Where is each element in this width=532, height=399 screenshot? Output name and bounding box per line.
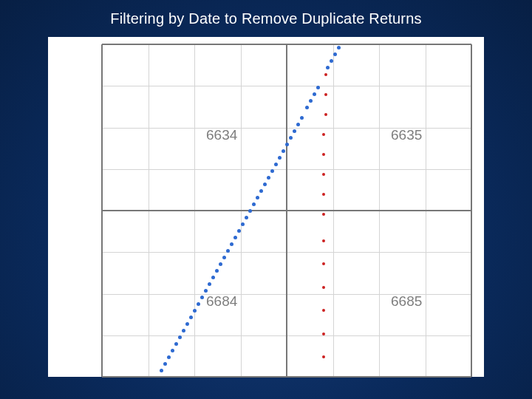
data-point-red: [322, 286, 325, 289]
data-point-blue: [208, 282, 211, 286]
data-point-red: [322, 239, 325, 242]
data-point-blue: [330, 59, 333, 63]
data-point-blue: [211, 276, 215, 279]
data-point-red: [324, 93, 327, 96]
scatter-plot: 6634663566846685: [102, 44, 471, 377]
data-point-blue: [160, 369, 163, 372]
data-point-blue: [305, 106, 309, 109]
data-point-red: [322, 332, 325, 335]
data-point-red: [322, 193, 325, 196]
data-point-blue: [189, 316, 193, 319]
data-point-red: [324, 73, 327, 76]
data-point-blue: [219, 262, 222, 266]
data-point-blue: [178, 335, 182, 339]
data-point-blue: [171, 349, 174, 352]
data-point-blue: [313, 92, 316, 96]
data-point-blue: [197, 302, 200, 306]
quadrant-label: 6634: [206, 127, 237, 143]
data-point-blue: [274, 163, 278, 166]
data-point-blue: [237, 229, 241, 233]
data-point-blue: [252, 202, 256, 206]
data-point-blue: [278, 156, 282, 160]
quadrant-label: 6685: [391, 293, 422, 310]
data-point-blue: [267, 176, 270, 180]
quadrant-label: 6684: [206, 293, 237, 310]
slide-title: Filtering by Date to Remove Duplicate Re…: [0, 0, 532, 27]
data-point-blue: [263, 183, 267, 186]
data-point-blue: [163, 362, 167, 366]
data-point-blue: [241, 222, 245, 226]
data-point-blue: [167, 355, 171, 359]
data-point-blue: [289, 136, 293, 140]
data-point-blue: [245, 216, 248, 219]
data-point-blue: [256, 196, 259, 200]
data-point-blue: [230, 242, 233, 246]
data-point-blue: [296, 123, 300, 126]
grid-major-horizontal: [102, 44, 471, 45]
data-point-red: [322, 153, 325, 156]
data-point-blue: [200, 296, 204, 299]
data-point-blue: [193, 309, 197, 313]
data-point-blue: [285, 143, 289, 146]
grid-major-horizontal: [102, 376, 471, 378]
data-point-blue: [222, 256, 226, 259]
data-point-blue: [316, 86, 320, 89]
data-point-blue: [204, 289, 208, 293]
data-point-blue: [333, 52, 337, 56]
data-point-blue: [259, 189, 263, 193]
data-point-red: [322, 213, 325, 216]
data-point-blue: [248, 209, 252, 213]
data-point-blue: [226, 249, 230, 253]
data-point-red: [322, 262, 325, 265]
data-point-blue: [233, 236, 237, 239]
data-point-red: [322, 133, 325, 136]
grid-major-horizontal: [102, 210, 471, 211]
data-point-blue: [293, 129, 296, 133]
data-point-blue: [270, 169, 274, 173]
data-point-red: [322, 355, 325, 358]
data-point-blue: [185, 322, 189, 326]
data-point-red: [324, 113, 327, 116]
data-point-blue: [309, 99, 313, 103]
data-point-blue: [174, 342, 178, 346]
data-point-red: [322, 309, 325, 312]
data-point-blue: [300, 116, 304, 120]
quadrant-label: 6635: [391, 127, 422, 143]
chart-frame: 6634663566846685: [48, 37, 484, 377]
data-point-blue: [337, 46, 341, 50]
data-point-blue: [215, 269, 219, 273]
data-point-blue: [182, 329, 185, 332]
data-point-red: [322, 173, 325, 176]
data-point-blue: [326, 66, 330, 69]
data-point-blue: [282, 149, 285, 153]
